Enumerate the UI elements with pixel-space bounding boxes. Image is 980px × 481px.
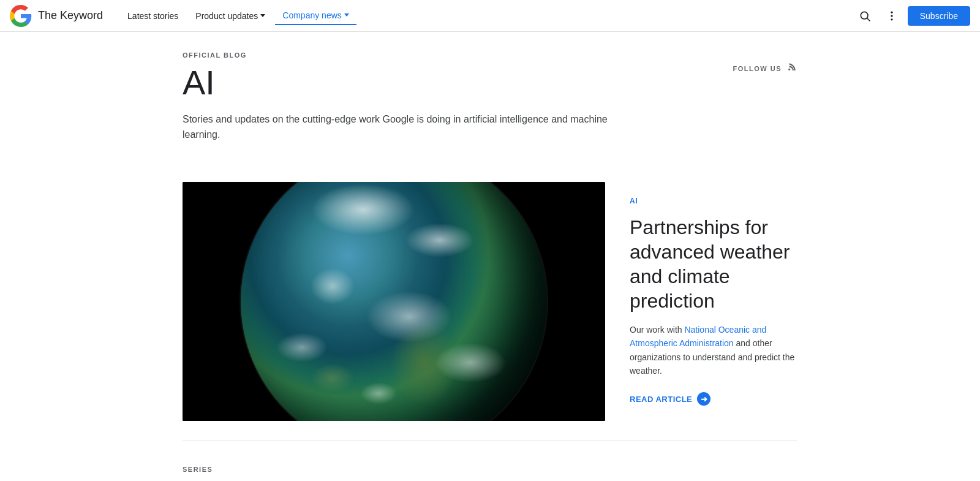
earth-sphere — [241, 182, 547, 421]
google-logo-icon — [10, 5, 32, 27]
article-excerpt: Our work with National Oceanic and Atmos… — [630, 323, 797, 378]
svg-point-4 — [891, 18, 892, 20]
featured-image[interactable] — [183, 182, 605, 421]
series-label: SERIES — [183, 466, 797, 473]
article-category: AI — [630, 197, 797, 205]
nav-product-updates[interactable]: Product updates — [188, 7, 273, 25]
read-article-link[interactable]: READ ARTICLE ➜ — [630, 392, 797, 406]
nav-actions: Subscribe — [854, 5, 970, 27]
subscribe-button[interactable]: Subscribe — [908, 6, 970, 26]
nav-latest-stories[interactable]: Latest stories — [120, 7, 186, 25]
product-updates-chevron-icon — [260, 14, 265, 17]
navbar: The Keyword Latest stories Product updat… — [0, 0, 980, 32]
page-description: Stories and updates on the cutting-edge … — [183, 112, 611, 143]
page-header: OFFICIAL BLOG AI Stories and updates on … — [183, 51, 611, 143]
earth-clouds — [241, 182, 547, 421]
more-vert-icon — [886, 10, 898, 22]
site-logo[interactable]: The Keyword — [10, 5, 103, 27]
nav-links: Latest stories Product updates Company n… — [120, 7, 854, 25]
svg-line-1 — [867, 18, 870, 21]
earth-visual — [183, 182, 605, 421]
page-header-row: OFFICIAL BLOG AI Stories and updates on … — [183, 51, 797, 162]
main-content: OFFICIAL BLOG AI Stories and updates on … — [153, 32, 827, 481]
svg-point-3 — [891, 15, 892, 17]
site-name: The Keyword — [38, 9, 103, 22]
rss-icon[interactable] — [786, 61, 797, 75]
follow-us-area: FOLLOW US — [733, 61, 798, 75]
read-article-arrow-icon: ➜ — [697, 392, 710, 406]
svg-point-2 — [891, 11, 892, 13]
page-title: AI — [183, 64, 611, 102]
series-title: Responsible Tensor Flo... — [183, 478, 797, 481]
nav-company-news[interactable]: Company news — [275, 7, 356, 25]
follow-us-label: FOLLOW US — [733, 65, 782, 72]
svg-point-0 — [861, 12, 868, 19]
search-icon — [859, 10, 871, 22]
company-news-chevron-icon — [344, 13, 349, 17]
article-title: Partnerships for advanced weather and cl… — [630, 215, 797, 313]
featured-article: AI Partnerships for advanced weather and… — [183, 182, 797, 441]
more-options-button[interactable] — [881, 5, 903, 27]
search-button[interactable] — [854, 5, 876, 27]
article-info: AI Partnerships for advanced weather and… — [605, 182, 797, 421]
series-section: SERIES Responsible Tensor Flo... — [183, 461, 797, 481]
official-blog-label: OFFICIAL BLOG — [183, 51, 611, 59]
